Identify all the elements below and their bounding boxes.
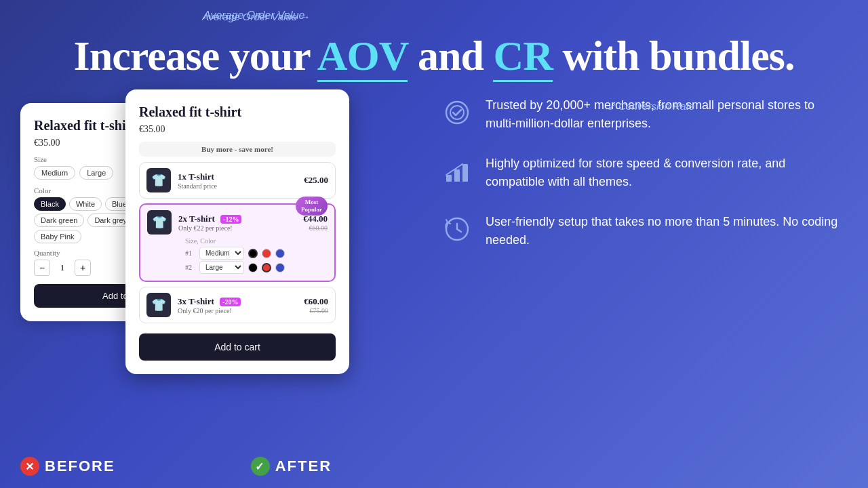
color-dot-red-1[interactable] xyxy=(262,249,271,258)
bundle-1x-name: 1x T-shirt xyxy=(178,171,304,182)
variant-size-1[interactable]: Medium Large xyxy=(199,247,244,260)
color-btn-darkgreen[interactable]: Dark green xyxy=(34,214,84,227)
size-btn-large[interactable]: Large xyxy=(79,166,113,180)
svg-rect-2 xyxy=(446,175,452,182)
after-text: AFTER xyxy=(275,458,332,475)
content-area: Relaxed fit t-shirt €35.00 Size Medium L… xyxy=(0,89,868,408)
buy-more-banner: Buy more - save more! xyxy=(139,142,336,157)
svg-rect-3 xyxy=(454,169,460,182)
bundle-3x-info: 3x T-shirt -20% Only €20 per piece! xyxy=(178,296,304,314)
bundle-2x-old-price: €60.00 xyxy=(303,224,328,232)
bundle-3x-new-price: €60.00 xyxy=(304,296,328,307)
after-card: Relaxed fit t-shirt €35.00 Buy more - sa… xyxy=(125,89,349,374)
bundle-2x-prices: €44.00 €60.00 xyxy=(303,214,328,232)
after-label: ✓ AFTER xyxy=(251,457,332,476)
feature-item-2: Highly optimized for store speed & conve… xyxy=(441,155,848,191)
feature-item-3: User-friendly setup that takes no more t… xyxy=(441,213,848,249)
tshirt-icon-1x: 👕 xyxy=(151,173,166,188)
variant-num-2: #2 xyxy=(185,264,195,271)
variant-num-1: #1 xyxy=(185,249,195,257)
size-color-label: Size, Color xyxy=(185,237,328,245)
bundle-1x-sub: Standard price xyxy=(178,182,304,190)
variant-row-2: #2 Large Medium xyxy=(185,261,328,274)
before-label: ✕ BEFORE xyxy=(20,457,115,476)
color-dot-red-2[interactable] xyxy=(262,263,271,272)
after-card-title: Relaxed fit t-shirt xyxy=(139,104,336,120)
qty-plus[interactable]: + xyxy=(75,260,91,276)
headline-part1: Increase your xyxy=(74,33,317,79)
bundle-1x-info: 1x T-shirt Standard price xyxy=(178,171,304,190)
qty-minus[interactable]: − xyxy=(34,260,50,276)
cards-container: Relaxed fit t-shirt €35.00 Size Medium L… xyxy=(20,89,414,408)
bundle-3x-old-price: €75.00 xyxy=(304,307,328,314)
feature-icon-1 xyxy=(441,96,473,129)
headline-part2: and xyxy=(408,33,493,79)
bundle-3x-sub: Only €20 per piece! xyxy=(178,307,304,314)
bundle-2x[interactable]: MostPopular 👕 2x T-shirt -12% Only €22 p… xyxy=(139,203,336,282)
feature-text-3: User-friendly setup that takes no more t… xyxy=(486,213,848,249)
headline-cr: CR xyxy=(493,33,553,82)
svg-rect-4 xyxy=(462,164,468,182)
bundle-2x-sub: Only €22 per piece! xyxy=(178,224,303,232)
bundle-1x-new-price: €25.00 xyxy=(304,175,328,186)
features-panel: Trusted by 20,000+ merchants, from small… xyxy=(414,89,848,271)
variant-size-2[interactable]: Large Medium xyxy=(199,261,244,274)
svg-point-0 xyxy=(446,102,468,123)
variant-row-1: #1 Medium Large xyxy=(185,247,328,260)
bundle-1x-img: 👕 xyxy=(146,168,171,192)
feature-text-1: Trusted by 20,000+ merchants, from small… xyxy=(486,96,848,133)
tshirt-icon-3x: 👕 xyxy=(151,298,166,312)
bottom-labels: ✕ BEFORE ✓ AFTER xyxy=(20,457,332,476)
color-btn-black[interactable]: Black xyxy=(34,197,66,211)
after-add-to-cart[interactable]: Add to cart xyxy=(139,333,336,361)
bundle-3x-prices: €60.00 €75.00 xyxy=(304,296,328,314)
feature-text-2: Highly optimized for store speed & conve… xyxy=(486,155,848,191)
main-headline: Increase your AOV and CR with bundles. xyxy=(74,12,795,79)
tshirt-icon-2x: 👕 xyxy=(152,215,167,230)
qty-value: 1 xyxy=(56,262,69,273)
feature-icon-3 xyxy=(441,213,473,245)
color-dot-black-2[interactable] xyxy=(248,263,258,272)
color-dot-black-1[interactable] xyxy=(248,249,258,258)
bundle-3x-img: 👕 xyxy=(146,293,171,317)
size-btn-medium[interactable]: Medium xyxy=(34,166,75,180)
color-btn-babypink[interactable]: Baby Pink xyxy=(34,230,81,243)
most-popular-badge: MostPopular xyxy=(296,197,328,216)
headline-aov: AOV xyxy=(317,33,408,82)
bundle-2x-badge: -12% xyxy=(220,215,241,224)
headline-part3: with bundles. xyxy=(553,33,794,79)
header: Average Order Value Increase your AOV an… xyxy=(0,0,868,79)
bundle-1x-prices: €25.00 xyxy=(304,175,328,186)
bundle-2x-img: 👕 xyxy=(147,210,172,235)
bundle-3x-badge: -20% xyxy=(220,298,241,306)
bundle-3x-name: 3x T-shirt -20% xyxy=(178,296,304,307)
bundle-2x-name: 2x T-shirt -12% xyxy=(178,214,303,224)
feature-icon-2 xyxy=(441,155,473,187)
color-dot-blue-2[interactable] xyxy=(275,263,285,272)
feature-item-1: Trusted by 20,000+ merchants, from small… xyxy=(441,96,848,133)
before-icon: ✕ xyxy=(20,457,39,476)
color-dot-blue-1[interactable] xyxy=(275,249,285,258)
bundle-2x-info: 2x T-shirt -12% Only €22 per piece! xyxy=(178,214,303,232)
color-btn-white[interactable]: White xyxy=(69,197,102,211)
bundle-3x[interactable]: 👕 3x T-shirt -20% Only €20 per piece! €6… xyxy=(139,287,336,323)
after-icon: ✓ xyxy=(251,457,270,476)
bundle-1x[interactable]: 👕 1x T-shirt Standard price €25.00 xyxy=(139,162,336,199)
before-text: BEFORE xyxy=(45,458,115,475)
after-card-price: €35.00 xyxy=(139,124,336,135)
